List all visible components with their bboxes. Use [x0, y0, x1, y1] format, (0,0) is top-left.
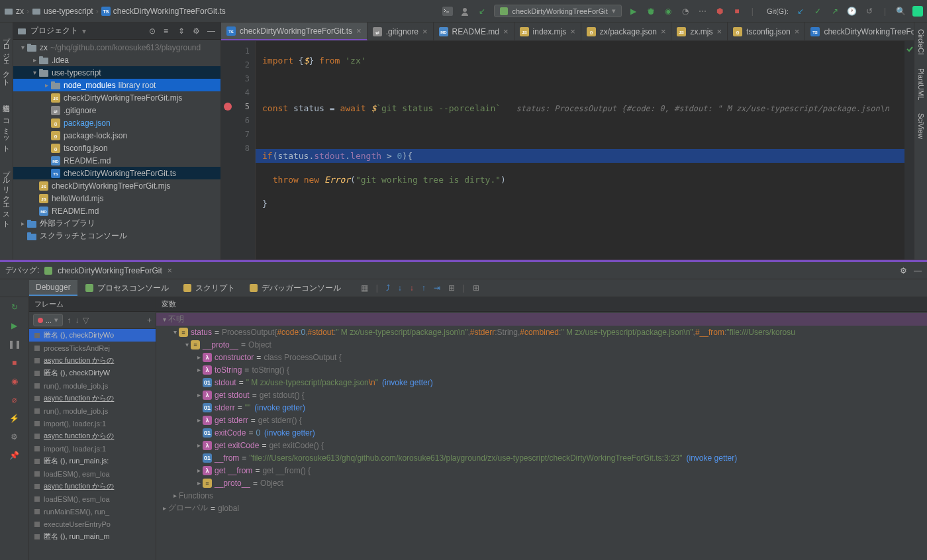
attach-icon[interactable]: ⋯	[697, 6, 708, 17]
editor[interactable]: 1 2 3 4 5 6 7 8 import {$} from 'zx' con…	[221, 41, 914, 259]
ide-icon[interactable]	[912, 6, 923, 17]
close-icon[interactable]: ×	[356, 26, 362, 36]
step-over-icon[interactable]: ⤴	[386, 283, 390, 293]
next-frame-icon[interactable]: ↓	[75, 316, 79, 325]
step-into-icon[interactable]: ↓	[398, 283, 402, 293]
more-icon[interactable]: ⊞	[473, 283, 479, 293]
expand-icon[interactable]: ≡	[164, 26, 173, 36]
editor-tab[interactable]: {}tsconfig.json×	[728, 23, 805, 40]
editor-tab[interactable]: TScheckDirtyWorkingTreeForGit.ts×	[221, 23, 367, 40]
stack-frame[interactable]: import(), loader.js:1	[29, 417, 156, 430]
variables-tree[interactable]: ▾不明 ▾≡status=ProcessOutput {#code: 0, #s…	[156, 312, 927, 560]
pause-icon[interactable]: ❚❚	[9, 338, 21, 350]
stack-frame[interactable]: loadESM(), esm_loa	[29, 467, 156, 480]
stack-frame[interactable]: async function からの	[29, 430, 156, 442]
tree-item[interactable]: ▾zx~/ghq/github.com/korosuke613/playgrou…	[13, 41, 220, 54]
close-icon[interactable]: ×	[661, 26, 666, 36]
breadcrumb-root[interactable]: zx	[16, 7, 24, 16]
tree-item[interactable]: TScheckDirtyWorkingTreeForGit.ts	[13, 167, 220, 179]
run-config-selector[interactable]: checkDirtyWorkingTreeForGit ▾	[494, 5, 621, 17]
stack-frame[interactable]: executeUserEntryPo	[29, 518, 156, 530]
editor-tab[interactable]: MDREADME.md×	[434, 23, 514, 40]
layout-icon[interactable]: ▦	[361, 283, 368, 293]
close-icon[interactable]: ×	[503, 26, 509, 36]
chevron-down-icon[interactable]: ▾	[82, 26, 86, 36]
coverage-icon[interactable]: ◉	[663, 6, 673, 17]
stack-frame[interactable]: 匿名 (), run_main.js:	[29, 455, 156, 467]
git-update-icon[interactable]: ↙	[795, 6, 806, 17]
run-to-cursor-icon[interactable]: ⇥	[434, 283, 440, 293]
stop-icon[interactable]: ⬢	[714, 6, 725, 17]
breakpoint-icon[interactable]	[224, 103, 232, 111]
stack-frame[interactable]: run(), module_job.js	[29, 404, 156, 417]
tree-item[interactable]: {}package.json	[13, 117, 220, 129]
circleci-tool-button[interactable]: CircleCI	[917, 29, 925, 55]
stack-frame[interactable]: runMainESM(), run_	[29, 505, 156, 518]
sciview-tool-button[interactable]: SciView	[917, 113, 925, 139]
tree-item[interactable]: JScheckDirtyWorkingTreeForGit.mjs	[13, 91, 220, 104]
hide-icon[interactable]: —	[914, 266, 922, 275]
stack-frame[interactable]: async function からの	[29, 480, 156, 492]
editor-error-stripe[interactable]	[904, 41, 914, 259]
tree-item[interactable]: {}package-lock.json	[13, 129, 220, 142]
stack-frame[interactable]: run(), module_job.js	[29, 379, 156, 392]
collapse-icon[interactable]: ⇕	[178, 26, 187, 36]
stop-icon[interactable]: ■	[732, 6, 742, 17]
editor-tab[interactable]: gi.gitignore×	[367, 23, 434, 40]
script-tab[interactable]: スクリプト	[177, 280, 242, 297]
stack-frame[interactable]: 匿名 (), run_main_m	[29, 530, 156, 543]
view-breakpoints-icon[interactable]: ◉	[9, 375, 21, 387]
editor-tab[interactable]: TScheckDirtyWorkingTreeForGit.r×	[805, 23, 914, 40]
stack-frame[interactable]: import(), loader.js:1	[29, 442, 156, 455]
tree-item[interactable]: JShelloWorld.mjs	[13, 192, 220, 205]
git-push-icon[interactable]: ↗	[830, 6, 840, 17]
profile-icon[interactable]: ◔	[680, 6, 691, 17]
breadcrumb[interactable]: zx › use-typescript › TS checkDirtyWorki…	[4, 7, 226, 16]
editor-tab[interactable]: JSzx.mjs×	[671, 23, 728, 40]
debug-icon[interactable]	[646, 6, 656, 17]
stack-frame[interactable]: processTicksAndRej	[29, 342, 156, 354]
close-icon[interactable]: ×	[795, 26, 800, 36]
frames-list[interactable]: 匿名 (), checkDirtyWoprocessTicksAndRejasy…	[29, 329, 156, 560]
invoke-getter-link[interactable]: (invoke getter)	[254, 403, 305, 412]
code-area[interactable]: import {$} from 'zx' const status = awai…	[256, 41, 904, 259]
mute-breakpoints-icon[interactable]: ⌀	[9, 394, 21, 406]
git-rollback-icon[interactable]: ↺	[864, 6, 875, 17]
tree-item[interactable]: JScheckDirtyWorkingTreeForGit.mjs	[13, 179, 220, 192]
debugger-console-tab[interactable]: デバッガーコンソール	[243, 280, 348, 297]
invoke-getter-link[interactable]: (invoke getter)	[687, 453, 738, 463]
debug-config-name[interactable]: checkDirtyWorkingTreeForGit	[58, 266, 162, 275]
close-icon[interactable]: ×	[570, 26, 575, 36]
get-thread-dump-icon[interactable]: ⚡	[9, 412, 21, 424]
invoke-getter-link[interactable]: (invoke getter)	[382, 378, 433, 387]
tree-item[interactable]: ▸node_moduleslibrary root	[13, 79, 220, 91]
settings-icon[interactable]: ⚙	[9, 431, 21, 443]
add-icon[interactable]: +	[147, 316, 152, 325]
debugger-tab[interactable]: Debugger	[29, 280, 77, 296]
tree-item[interactable]: ▸.idea	[13, 54, 220, 66]
breadcrumb-folder[interactable]: use-typescript	[44, 7, 93, 16]
invoke-getter-link[interactable]: (invoke getter)	[264, 428, 315, 438]
stack-frame[interactable]: 匿名 (), checkDirtyWo	[29, 329, 156, 342]
tree-item[interactable]: ▾use-typescript	[13, 66, 220, 79]
step-out-icon[interactable]: ↑	[422, 283, 426, 293]
search-icon[interactable]: 🔍	[895, 6, 906, 17]
project-tree[interactable]: ▾zx~/ghq/github.com/korosuke613/playgrou…	[13, 40, 220, 259]
stack-frame[interactable]: loadESM(), esm_loa	[29, 492, 156, 505]
rerun-icon[interactable]: ↻	[9, 301, 21, 313]
project-tool-button[interactable]: プロジェクト	[1, 32, 11, 83]
gear-icon[interactable]: ⚙	[900, 266, 907, 275]
close-icon[interactable]: ×	[422, 26, 428, 36]
close-icon[interactable]: ×	[716, 26, 722, 36]
commit-tool-button[interactable]: コミット	[1, 115, 11, 149]
terminal-icon[interactable]	[442, 6, 453, 17]
inspection-ok-icon[interactable]	[906, 45, 912, 52]
vcs-update-icon[interactable]: ↙	[477, 6, 487, 17]
pin-icon[interactable]: 📌	[9, 449, 21, 461]
tree-item[interactable]: {}tsconfig.json	[13, 142, 220, 154]
stack-frame[interactable]: 匿名 (), checkDirtyW	[29, 367, 156, 379]
stack-frame[interactable]: async function からの	[29, 392, 156, 404]
process-console-tab[interactable]: プロセスコンソール	[79, 280, 175, 297]
plantuml-tool-button[interactable]: PlantUML	[917, 68, 925, 100]
gear-icon[interactable]: ⚙	[193, 26, 202, 36]
